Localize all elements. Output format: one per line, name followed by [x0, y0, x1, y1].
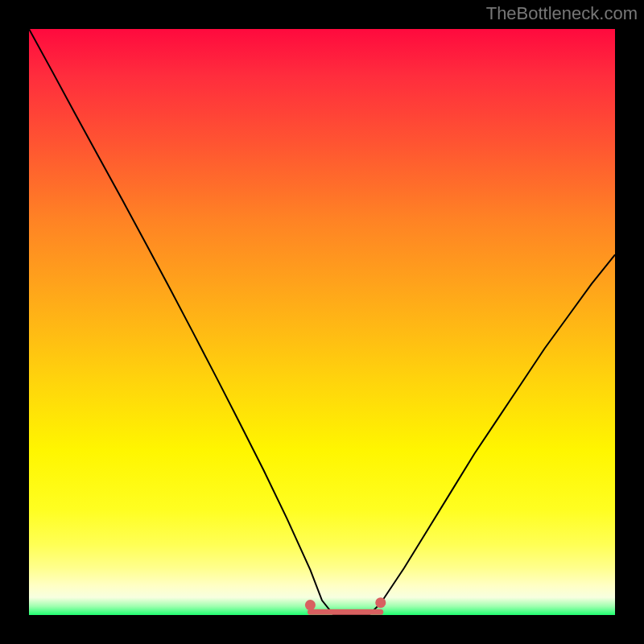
attribution-label: TheBottleneck.com [486, 3, 638, 24]
chart-frame: TheBottleneck.com [0, 0, 644, 644]
plot-area [29, 29, 615, 615]
curve-svg [29, 29, 615, 615]
main-curve [29, 29, 615, 615]
